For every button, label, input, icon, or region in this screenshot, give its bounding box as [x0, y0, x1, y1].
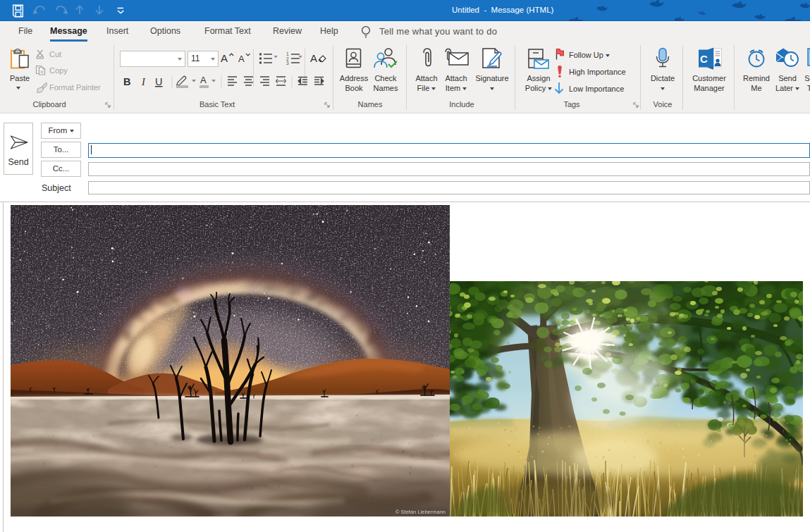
svg-text:B: B	[123, 76, 130, 87]
svg-text:© Stefan Liebermann: © Stefan Liebermann	[395, 509, 446, 515]
svg-text:A: A	[238, 54, 245, 64]
svg-text:A: A	[221, 52, 228, 64]
svg-text:U: U	[155, 76, 162, 87]
svg-text:A: A	[200, 75, 207, 85]
svg-text:3: 3	[286, 61, 289, 66]
svg-text:A: A	[310, 52, 317, 64]
svg-text:C: C	[700, 53, 708, 65]
svg-text:I: I	[141, 76, 146, 87]
